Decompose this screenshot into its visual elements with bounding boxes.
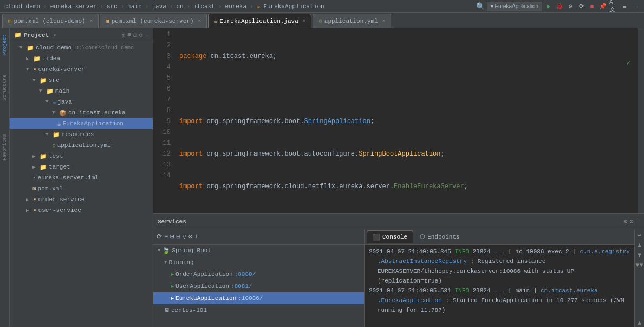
- pom-icon: m: [32, 185, 36, 192]
- tree-package[interactable]: ▼ 📦 cn.itcast.eureka: [10, 107, 153, 118]
- tree-close-icon[interactable]: —: [145, 31, 148, 39]
- settings-icon[interactable]: ⚙: [623, 217, 627, 226]
- user-icon: ▪: [33, 207, 37, 214]
- yml-icon: ⚙: [52, 142, 56, 149]
- code-container: 1 2 3 4 5 6 7 8 9 10 11 12 13 14: [153, 28, 638, 213]
- iml-icon: ▪: [32, 175, 36, 181]
- service-group-running[interactable]: ▼ Running: [153, 257, 364, 268]
- search-services-icon[interactable]: ⊗: [188, 233, 192, 241]
- java-class-icon: ☕: [57, 120, 61, 127]
- update-icon[interactable]: ⟳: [577, 2, 586, 11]
- tree-java[interactable]: ▼ ☕ java: [10, 97, 153, 107]
- log-line-6: running for 11.787): [369, 305, 630, 315]
- console-tab-console[interactable]: ⬛ Console: [367, 230, 413, 243]
- tree-add-icon[interactable]: ⊕: [122, 31, 126, 39]
- pin-icon[interactable]: 📌: [599, 2, 607, 11]
- tree-user-service[interactable]: ▶ ▪ user-service: [10, 205, 153, 216]
- breadcrumb-eureka-server[interactable]: eureka-server: [50, 3, 97, 10]
- console-tab-endpoints[interactable]: ⬡ Endpoints: [414, 230, 465, 243]
- editor-scrollbar[interactable]: [638, 28, 644, 213]
- order-icon: ▪: [33, 196, 37, 203]
- tree-eureka-server[interactable]: ▼ ▪ eureka-server: [10, 64, 153, 75]
- tree-src[interactable]: ▼ 📁 src: [10, 75, 153, 86]
- code-editor[interactable]: ✓ 1 2 3 4 5 6 7 8 9 10 11 12: [153, 28, 638, 213]
- service-group-springboot[interactable]: ▼ 🍃 Spring Boot: [153, 245, 364, 257]
- code-line-3: import org.springframework.boot.SpringAp…: [179, 116, 633, 127]
- tree-idea[interactable]: ▶ 📁 .idea: [10, 53, 153, 64]
- tree-sync-icon[interactable]: ≡: [128, 31, 132, 39]
- endpoint-icon: ⬡: [420, 233, 425, 240]
- service-eureka-app[interactable]: ▶ EurekaApplication :10086/: [153, 292, 364, 304]
- tree-target[interactable]: ▶ 📁 target: [10, 162, 153, 172]
- scroll-up-icon[interactable]: ▲: [638, 242, 641, 249]
- tree-pom[interactable]: m pom.xml: [10, 183, 153, 194]
- breadcrumb-itcast[interactable]: itcast: [193, 3, 215, 10]
- close-tab-pom-cloud[interactable]: ×: [90, 18, 93, 24]
- service-centos[interactable]: 🖥 centos-101: [153, 304, 364, 316]
- breadcrumb-class[interactable]: EurekaApplication: [263, 3, 324, 10]
- translate-icon[interactable]: A文: [609, 2, 618, 11]
- run-icon[interactable]: ▶: [544, 2, 553, 11]
- java-icon: ☕: [214, 17, 218, 24]
- idea-icon: 📁: [33, 55, 41, 62]
- tree-root[interactable]: ▼ 📁 cloud-demo D:\code\cloud-demo: [10, 42, 153, 53]
- module-icon: ▪: [33, 66, 37, 73]
- close-tab-eureka[interactable]: ×: [303, 18, 305, 24]
- activity-favorites[interactable]: Favorites: [0, 131, 10, 164]
- services-tree: ⟳ ≡ ⊞ ⊟ ▽ ⊗ + ▼ 🍃 Spring Boot ▼: [153, 229, 365, 327]
- tab-pom-eureka[interactable]: m pom.xml (eureka-server) ×: [100, 14, 207, 28]
- breadcrumb-java[interactable]: java: [152, 3, 166, 10]
- more-run-icon[interactable]: ⚙: [566, 2, 575, 11]
- wrap-icon[interactable]: ↩: [638, 232, 641, 240]
- scroll-down-icon[interactable]: ▼: [638, 252, 641, 259]
- tab-pom-cloud[interactable]: m pom.xml (cloud-demo) ×: [2, 14, 99, 28]
- services-panel-title: Services: [158, 219, 186, 225]
- tree-resources[interactable]: ▼ 📁 resources: [10, 129, 153, 140]
- breadcrumb-eureka[interactable]: eureka: [225, 3, 247, 10]
- close-tab-pom-eureka[interactable]: ×: [198, 18, 200, 24]
- refresh-icon[interactable]: ⟳: [157, 233, 162, 241]
- breadcrumb-main[interactable]: main: [127, 3, 141, 10]
- breadcrumb-src[interactable]: src: [107, 3, 118, 10]
- debug-icon[interactable]: 🐞: [555, 2, 564, 11]
- tree-settings-icon[interactable]: ⚙: [139, 31, 143, 39]
- tree-eureka-iml[interactable]: ▪ eureka-server.iml: [10, 172, 153, 183]
- tree-application-yml[interactable]: ⚙ application.yml: [10, 140, 153, 151]
- minimize-panel-icon[interactable]: —: [636, 217, 640, 226]
- service-order-app[interactable]: ▶ OrderApplication :8080/: [153, 268, 364, 280]
- tree-icon[interactable]: ⊟: [176, 233, 180, 241]
- add-service-icon[interactable]: +: [194, 233, 198, 241]
- tab-eureka-application[interactable]: ☕ EurekaApplication.java ×: [208, 14, 311, 28]
- tree-order-service[interactable]: ▶ ▪ order-service: [10, 194, 153, 205]
- ungroup-icon[interactable]: ⊞: [170, 233, 174, 241]
- code-content[interactable]: package cn.itcast.eureka; import org.spr…: [175, 28, 638, 213]
- breadcrumb-cn[interactable]: cn: [177, 3, 184, 10]
- menu-icon[interactable]: ≡: [620, 2, 629, 11]
- breadcrumb-cloud-demo[interactable]: cloud-demo: [4, 3, 40, 10]
- minimize-icon[interactable]: —: [631, 2, 640, 11]
- tree-test[interactable]: ▶ 📁 test: [10, 151, 153, 162]
- log-line-2: .AbstractInstanceRegistry : Registered i…: [369, 257, 630, 266]
- scroll-end-icon[interactable]: ▼▼: [635, 261, 643, 269]
- run-config-button[interactable]: ▾ EurekaApplication: [487, 2, 542, 11]
- activity-project[interactable]: Project: [0, 28, 10, 61]
- tab-application-yml[interactable]: ⚙ application.yml ×: [313, 14, 391, 28]
- yaml-icon: ⚙: [318, 17, 322, 24]
- scroll-to-top-icon[interactable]: ▲: [638, 319, 641, 327]
- configure-icon[interactable]: ⚙: [630, 217, 634, 226]
- src-icon: 📁: [40, 77, 47, 84]
- tree-collapse-icon[interactable]: ⊟: [133, 31, 137, 39]
- stop-icon[interactable]: ■: [588, 2, 596, 11]
- service-user-app[interactable]: ▶ UserApplication :8081/: [153, 280, 364, 292]
- tree-eureka-application[interactable]: ☕ EurekaApplication: [10, 118, 153, 129]
- xml-icon-2: m: [106, 18, 109, 24]
- filter-icon[interactable]: ▽: [183, 233, 186, 241]
- close-tab-yml[interactable]: ×: [382, 18, 385, 24]
- bottom-panel-content: ⟳ ≡ ⊞ ⊟ ▽ ⊗ + ▼ 🍃 Spring Boot ▼: [153, 229, 644, 327]
- activity-structure[interactable]: Structure: [0, 72, 10, 104]
- group-icon[interactable]: ≡: [164, 233, 168, 241]
- console-output[interactable]: 2021-04-07 21:40:05.345 INFO 29824 --- […: [365, 245, 634, 327]
- search-icon[interactable]: 🔍: [476, 2, 485, 11]
- tree-main[interactable]: ▼ 📁 main: [10, 86, 153, 97]
- resources-icon: 📁: [53, 131, 60, 138]
